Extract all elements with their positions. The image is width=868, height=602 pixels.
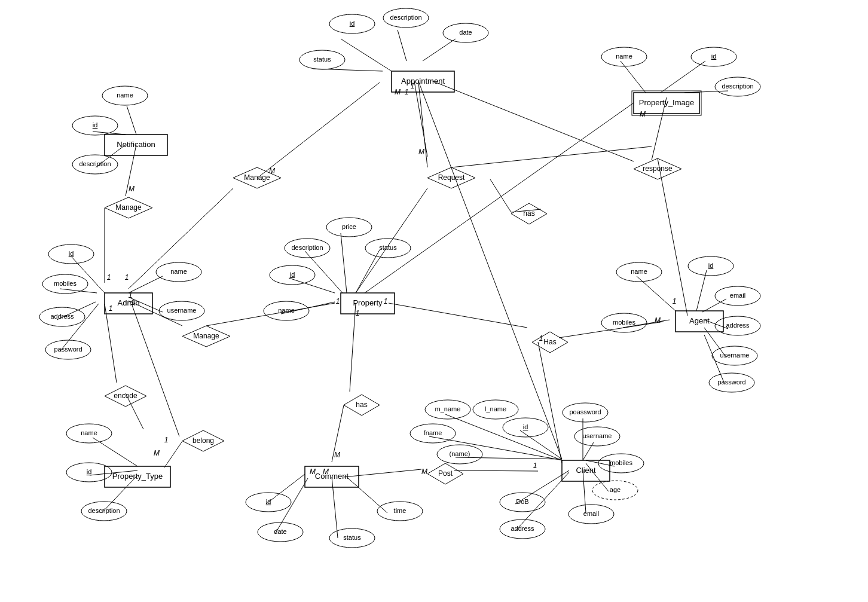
svg-text:id: id [290,271,295,278]
svg-line-16 [257,82,380,178]
attr-address: address [39,307,85,326]
svg-line-70 [356,188,427,293]
attr-id: id [688,256,733,276]
svg-line-37 [332,477,338,538]
attr-address: address [715,316,760,335]
svg-text:description: description [390,14,421,21]
svg-text:mobiles: mobiles [613,319,635,326]
multiplicity: 1 [673,297,677,305]
attr-fname: fname [410,424,456,443]
multiplicity: 1 [125,273,129,282]
multiplicity: 1 [405,88,409,96]
attr-age: age [592,481,638,500]
svg-line-61 [661,61,705,93]
svg-text:address: address [50,313,74,320]
svg-line-10 [60,289,97,293]
svg-text:Request: Request [438,173,465,182]
svg-text:encode: encode [114,392,137,400]
svg-text:Client: Client [576,466,596,475]
svg-line-4 [127,106,136,135]
svg-text:address: address [726,322,750,329]
rel-has: has [344,395,380,415]
svg-text:DoB: DoB [516,498,528,505]
attr-id: id [246,493,291,512]
svg-text:Property_Image: Property_Image [639,98,695,107]
attr-id: id [48,245,94,264]
attr-status: status [299,50,345,69]
entity-Notification: Notification [105,135,167,155]
multiplicity: M [655,316,661,325]
svg-text:Has: Has [543,338,556,346]
multiplicity: M [310,467,316,476]
svg-text:has: has [356,401,367,409]
svg-text:(name): (name) [450,450,470,457]
attr-password: password [709,373,754,392]
attr-poassword: poassword [563,403,608,422]
multiplicity: 1 [411,82,415,90]
svg-text:Manage: Manage [244,173,270,182]
svg-line-57 [559,322,664,338]
svg-text:Comment: Comment [315,472,349,481]
svg-line-22 [132,304,179,436]
attr-description: description [285,239,330,258]
svg-text:date: date [459,29,472,36]
attr-mobiles: mobiles [598,454,644,473]
attr-name: name [156,262,201,282]
attr-description: description [72,155,118,174]
svg-text:status: status [343,534,361,541]
attr-date: date [443,23,488,42]
multiplicity: 1 [109,304,113,313]
svg-text:status: status [313,56,331,63]
rel-has: has [511,203,547,224]
svg-text:name: name [631,268,647,275]
svg-text:id: id [266,498,271,505]
svg-text:belong: belong [192,436,214,445]
multiplicity: M [154,449,160,457]
multiplicity: M [418,148,424,156]
svg-text:Admin: Admin [118,298,140,307]
attr-description: description [715,77,760,96]
attr-date: date [258,522,303,542]
svg-text:password: password [54,346,82,353]
svg-text:Property: Property [353,298,383,307]
svg-text:Notification: Notification [117,140,155,149]
svg-line-34 [454,470,538,471]
svg-line-65 [432,81,634,161]
attr-username: username [574,427,620,446]
svg-line-36 [275,478,308,534]
attr-(name): (name) [437,445,482,464]
svg-text:Post: Post [438,469,453,478]
svg-text:address: address [511,525,534,532]
svg-text:poassword: poassword [569,408,601,415]
attr-mobiles: mobiles [601,313,647,332]
svg-line-64 [658,158,687,316]
svg-text:Property_Type: Property_Type [112,472,163,481]
multiplicity: M [421,467,427,476]
rel-belong: belong [182,430,224,451]
multiplicity: M [323,467,329,476]
multiplicity: M [640,110,646,118]
svg-text:m_name: m_name [435,405,461,412]
attr-email: email [569,505,614,524]
attr-id: id [72,116,118,135]
multiplicity: M [334,451,340,459]
svg-line-73 [490,179,511,212]
svg-text:Agent: Agent [689,316,710,325]
svg-line-9 [72,257,105,293]
multiplicity: 1 [336,297,340,305]
rel-encode: encode [105,386,146,407]
multiplicity: 1 [131,298,135,307]
svg-line-58 [389,303,527,328]
multiplicity: 1 [539,334,543,343]
svg-text:username: username [583,432,612,439]
multiplicity: 1 [107,273,111,282]
multiplicity: M [395,88,401,96]
attr-email: email [715,286,760,305]
attr-DoB: DoB [500,493,545,512]
attr-id: id [691,47,736,66]
svg-text:email: email [583,510,599,517]
svg-text:name: name [170,268,187,275]
svg-text:id: id [711,53,717,60]
multiplicity: 1 [384,297,388,305]
svg-line-21 [164,441,182,467]
